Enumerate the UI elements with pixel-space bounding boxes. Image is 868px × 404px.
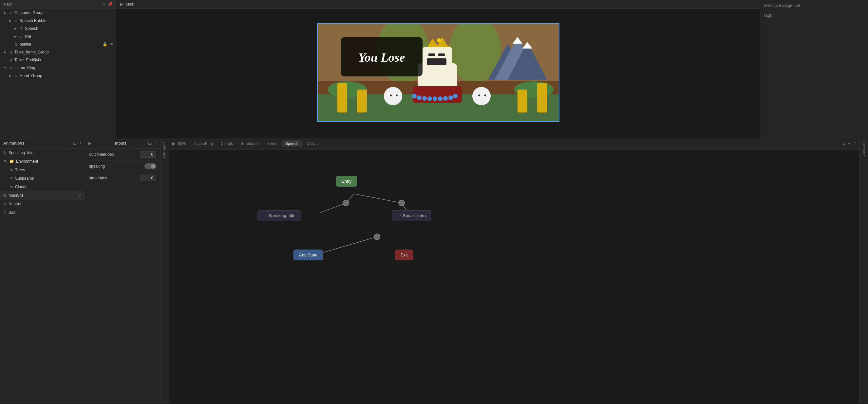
input-state-index: stateIndex	[85, 172, 160, 184]
layer-line[interactable]: ▶ □ line	[0, 32, 116, 40]
tab-llamaking[interactable]: LlamaKing	[191, 140, 216, 147]
anim-label: Clouds	[15, 184, 27, 189]
outcome-index-input[interactable]	[140, 151, 156, 158]
animations-title: Animations	[3, 141, 24, 146]
svg-line-50	[320, 203, 346, 213]
anim-sad[interactable]: ↻ Sad	[0, 208, 85, 217]
animations-panel: Animations 🗁 + ↻ Speaking_Idle ▼ 📁 Envio…	[0, 138, 85, 404]
group-icon: ⊞	[8, 65, 13, 70]
expand-arrow: ▶	[3, 10, 7, 15]
inputs-expand-arrow[interactable]: ▶	[88, 141, 91, 146]
layer-label: Llama_King	[14, 65, 35, 70]
sm-menu-icon[interactable]: ≡	[843, 141, 845, 146]
node-any-state[interactable]: Any State	[293, 250, 323, 260]
anim-add-icon[interactable]: +	[79, 141, 82, 146]
layers-pin-icon[interactable]: 📌	[108, 2, 113, 6]
animate-background-label: Animate Background	[764, 3, 865, 8]
tab-clouds[interactable]: Clouds	[217, 140, 236, 147]
anim-speaking-idle[interactable]: ↻ Speaking_Idle	[0, 148, 85, 157]
tags-label: Tags	[764, 13, 865, 18]
svg-point-43	[484, 94, 486, 96]
expand-arrow: ▶	[13, 34, 18, 39]
node-speaking-idle[interactable]: → Speaking_Idle	[257, 210, 301, 221]
layer-label: line	[25, 34, 31, 39]
anim-clouds[interactable]: ↻ Clouds	[0, 183, 85, 191]
text-icon: T	[19, 26, 24, 31]
inputs-panel: ▶ Inputs 🗁 + outcomeIndex speaking state…	[85, 138, 160, 404]
svg-rect-24	[438, 54, 445, 56]
anim-folder-icon[interactable]: 🗁	[73, 141, 76, 146]
layer-label: Table_End@4x	[14, 58, 41, 62]
input-label: stateIndex	[89, 176, 107, 180]
sm-add-icon[interactable]: +	[848, 141, 850, 146]
svg-line-54	[316, 237, 377, 255]
layer-table-end[interactable]: ⊠ Table_End@4x	[0, 56, 116, 64]
node-exit[interactable]: Exit	[395, 250, 413, 260]
layer-llama-king[interactable]: ▼ ⊞ Llama_King	[0, 64, 116, 72]
canvas-area: ▶ Main	[116, 0, 760, 138]
layer-head-group[interactable]: ▶ ⊞ Head_Group	[0, 72, 116, 80]
layer-label: Head_Group	[20, 74, 42, 78]
layers-panel: Main ◇ 📌 ▶ ◎ Outcome_Group ▶ ⊞ Speech Bu…	[0, 0, 116, 138]
entry-label: Entry	[342, 179, 351, 184]
listeners-label: Listeners	[163, 141, 167, 159]
svg-point-31	[443, 96, 448, 101]
layer-speech[interactable]: ▶ T Speech	[0, 25, 116, 32]
speaking-idle-label: → Speaking_Idle	[263, 213, 296, 218]
console-label: Console	[862, 141, 866, 157]
sm-play-icon[interactable]: ▶	[172, 141, 175, 146]
inputs-header: ▶ Inputs 🗁 +	[85, 138, 160, 148]
layer-speech-bubble[interactable]: ▶ ⊞ Speech Bubble	[0, 17, 116, 25]
sm-canvas[interactable]: Entry → Speaking_Idle → Speak_Intro Any …	[169, 149, 860, 404]
eye-icon[interactable]: 👁	[110, 42, 113, 47]
input-speaking: speaking	[85, 161, 160, 172]
node-entry[interactable]: Entry	[336, 176, 357, 186]
expand-arrow: ▶	[8, 74, 12, 78]
svg-point-35	[472, 87, 491, 105]
tab-speech[interactable]: Speech	[282, 140, 302, 147]
animations-header: Animations 🗁 +	[0, 138, 85, 148]
tab-outc[interactable]: Outc...	[303, 140, 321, 147]
anim-neutral[interactable]: ↻ Neutral	[0, 200, 85, 208]
sm-collapse-icon[interactable]: ⌃	[853, 141, 856, 146]
sm-outer: Listeners ▶ 93% LlamaKing Clouds Sunbeam…	[160, 138, 868, 404]
tab-trees[interactable]: Trees	[264, 140, 280, 147]
anim-environment-folder[interactable]: ▼ 📁 Enviornment	[0, 157, 85, 166]
image-icon: ⊠	[14, 42, 18, 47]
anim-mainsm[interactable]: ⊞ MainSM ✓	[0, 191, 85, 200]
canvas-play-icon[interactable]: ▶	[120, 2, 123, 6]
svg-rect-14	[357, 89, 367, 113]
svg-point-39	[396, 94, 398, 96]
svg-point-34	[384, 87, 402, 105]
speaking-toggle[interactable]	[145, 163, 156, 169]
group-icon: ⊞	[8, 50, 13, 54]
sm-header: ▶ 93% LlamaKing Clouds Sunbeams Trees Sp…	[169, 138, 860, 149]
layer-right-icons: 🔒 👁	[102, 42, 113, 47]
inputs-add-icon[interactable]: +	[155, 141, 157, 146]
svg-point-21	[437, 38, 441, 42]
inputs-folder-icon[interactable]: 🗁	[148, 141, 152, 146]
animations-header-icons: 🗁 +	[73, 141, 82, 146]
layer-outline[interactable]: ⊠ outline 🔒 👁	[0, 40, 116, 48]
folder-expand-arrow: ▼	[3, 159, 7, 164]
anim-sync-icon: ↻	[10, 176, 13, 181]
sm-header-right: ≡ + ⌃	[843, 141, 856, 146]
layers-header-left: Main	[3, 2, 12, 6]
layers-settings-icon[interactable]: ◇	[102, 2, 105, 6]
layer-table-items[interactable]: ▶ ⊞ Table_Items_Group	[0, 48, 116, 56]
layer-label: Speech Bubble	[20, 18, 46, 23]
svg-rect-23	[428, 54, 435, 56]
anim-trees[interactable]: ↻ Trees	[0, 166, 85, 174]
svg-point-29	[433, 96, 437, 101]
canvas-header: ▶ Main	[116, 0, 760, 9]
tab-sunbeams[interactable]: Sunbeams	[238, 140, 263, 147]
sm-zoom: 93%	[178, 141, 186, 146]
speak-intro-label: → Speak_Intro	[397, 213, 426, 218]
anim-label: MainSM	[8, 193, 23, 198]
node-speak-intro[interactable]: → Speak_Intro	[392, 210, 431, 221]
layer-outcome-group[interactable]: ▶ ◎ Outcome_Group	[0, 9, 116, 17]
sm-tabs: LlamaKing Clouds Sunbeams Trees Speech O…	[191, 140, 321, 147]
state-index-input[interactable]	[140, 175, 156, 181]
anim-sunbeams[interactable]: ↻ Sunbeams	[0, 174, 85, 183]
lock-icon[interactable]: 🔒	[102, 42, 107, 47]
